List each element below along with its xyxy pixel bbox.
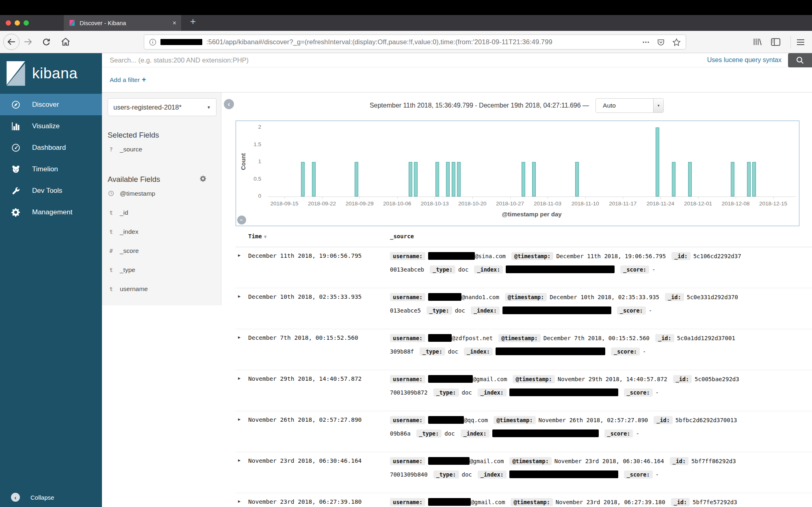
field-value: - (656, 471, 659, 478)
field-item--source[interactable]: ?_source (108, 140, 221, 159)
page-actions-icon[interactable] (642, 41, 650, 43)
histogram-bar[interactable] (435, 162, 439, 196)
field-badge: _score: (624, 388, 653, 397)
window-close-button[interactable] (6, 20, 11, 26)
histogram-bar[interactable] (532, 162, 536, 196)
field-badge: _id: (671, 252, 691, 260)
time-column-header[interactable]: Time▼ (248, 233, 266, 239)
url-text: :5601/app/kibana#/discover?_g=(refreshIn… (206, 38, 552, 45)
field-item-username[interactable]: tusername (108, 279, 221, 298)
interval-select[interactable]: Auto ▼ (595, 98, 664, 113)
forward-arrow-icon (24, 38, 32, 45)
new-tab-button[interactable]: + (190, 16, 196, 27)
kibana-logo[interactable]: kibana (0, 53, 102, 94)
row-source: username:@sina.com@timestamp:December 11… (390, 249, 810, 276)
field-name: _index (120, 228, 139, 235)
expand-row-caret[interactable]: ▶ (238, 294, 240, 298)
menu-button[interactable] (797, 39, 805, 45)
pocket-icon[interactable] (657, 38, 665, 46)
histogram-bar[interactable] (575, 162, 579, 196)
sidebar-item-management[interactable]: Management (0, 201, 102, 223)
field-item--index[interactable]: t_index (108, 222, 221, 241)
row-source: username:@gmail.com@timestamp:November 2… (390, 372, 810, 399)
field-badge: _score: (617, 306, 646, 315)
tab-close-icon[interactable]: × (173, 19, 176, 27)
browser-tab[interactable]: Discover - Kibana × (64, 15, 181, 31)
sidebar-toggle-button[interactable] (771, 38, 780, 46)
time-range-header: September 11th 2018, 15:36:49.799 - Dece… (221, 98, 812, 113)
field-badge: _index: (461, 429, 489, 438)
sidebar-item-visualize[interactable]: Visualize (0, 115, 102, 137)
main-area: Uses lucene query syntax Add a filter + … (102, 53, 812, 507)
histogram-bar[interactable] (414, 162, 418, 196)
bookmark-star-icon[interactable] (672, 38, 681, 46)
browser-toolbar: :5601/app/kibana#/discover?_g=(refreshIn… (0, 31, 812, 53)
histogram-bar[interactable] (301, 162, 305, 196)
sidebar-collapse-button[interactable]: ‹ Collapse (11, 493, 54, 502)
time-range-label: September 11th 2018, 15:36:49.799 - Dece… (370, 102, 589, 109)
field-value: 7001309b872 (390, 389, 428, 396)
histogram-bar[interactable] (752, 162, 756, 196)
collapse-histogram-button[interactable]: ‹ (237, 216, 246, 224)
index-pattern-label: users-registered-2018* (113, 104, 182, 111)
home-button[interactable] (61, 37, 70, 46)
histogram-bar[interactable] (747, 162, 751, 196)
field-badge: _id: (673, 375, 692, 383)
field-item--score[interactable]: #_score (108, 241, 221, 260)
histogram-bar[interactable] (452, 162, 455, 196)
library-button[interactable] (753, 38, 762, 46)
expand-row-caret[interactable]: ▶ (238, 253, 240, 257)
histogram-bar[interactable] (312, 162, 316, 196)
sidebar-item-discover[interactable]: Discover (0, 94, 102, 115)
url-bar[interactable]: :5601/app/kibana#/discover?_g=(refreshIn… (144, 35, 686, 50)
histogram-bar[interactable] (656, 127, 659, 196)
field-item--timestamp[interactable]: @timestamp (108, 184, 221, 203)
index-pattern-select[interactable]: users-registered-2018* ▼ (108, 98, 217, 116)
sidebar-item-label: Management (32, 208, 72, 216)
filter-bar: Add a filter + (102, 67, 812, 93)
histogram-bar[interactable] (688, 162, 692, 196)
histogram-bar[interactable] (522, 162, 525, 196)
histogram-bar[interactable] (409, 162, 412, 196)
expand-row-caret[interactable]: ▶ (238, 376, 240, 380)
kibana-sidebar: kibana DiscoverVisualizeDashboardTimelio… (0, 53, 102, 507)
expand-row-caret[interactable]: ▶ (238, 458, 240, 462)
expand-row-caret[interactable]: ▶ (238, 499, 240, 503)
field-item--id[interactable]: t_id (108, 203, 221, 222)
histogram-bar[interactable] (731, 162, 734, 196)
reload-button[interactable] (42, 38, 50, 46)
management-icon (11, 208, 21, 217)
histogram-bar[interactable] (446, 162, 450, 196)
histogram-bar[interactable] (457, 162, 461, 196)
window-zoom-button[interactable] (24, 20, 29, 26)
window-minimize-button[interactable] (15, 20, 20, 26)
sidebar-item-label: Dashboard (32, 144, 66, 152)
histogram-chart[interactable]: 00.511.522018-09-152018-09-222018-09-292… (236, 121, 799, 226)
search-input[interactable] (110, 56, 701, 64)
plus-icon: + (142, 76, 146, 84)
histogram-bar[interactable] (672, 162, 676, 196)
field-settings-gear-icon[interactable] (200, 175, 206, 183)
field-name: _source (120, 146, 142, 153)
expand-row-caret[interactable]: ▶ (238, 335, 240, 339)
add-filter-button[interactable]: Add a filter + (110, 76, 146, 84)
row-source: username:@zdfpost.net@timestamp:December… (390, 331, 810, 358)
sidebar-item-dev-tools[interactable]: Dev Tools (0, 180, 102, 201)
expand-row-caret[interactable]: ▶ (238, 417, 240, 421)
field-badge: _id: (671, 498, 690, 506)
sidebar-item-timelion[interactable]: Timelion (0, 158, 102, 180)
site-info-icon[interactable] (149, 39, 156, 46)
histogram-bar[interactable] (355, 162, 358, 196)
back-button[interactable] (3, 34, 19, 50)
x-tick-mark (435, 196, 435, 199)
field-item--type[interactable]: t_type (108, 260, 221, 279)
field-value: 5bf7ff86292d3 (691, 458, 736, 464)
sort-caret-icon: ▼ (264, 234, 267, 239)
lucene-syntax-link[interactable]: Uses lucene query syntax (707, 56, 782, 64)
forward-button[interactable] (24, 38, 32, 45)
search-button[interactable] (788, 53, 812, 67)
table-header: Time▼ _source (236, 226, 812, 247)
field-value: doc (462, 471, 472, 478)
sidebar-item-dashboard[interactable]: Dashboard (0, 137, 102, 158)
y-axis-label: Count (240, 145, 247, 178)
